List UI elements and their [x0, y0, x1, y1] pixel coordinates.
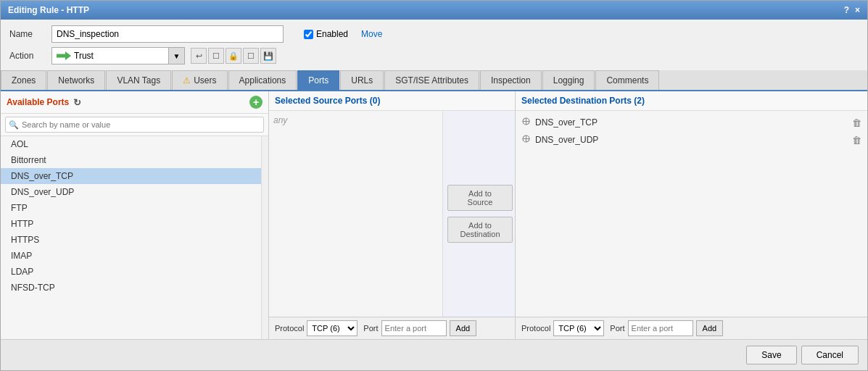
dest-protocol-select[interactable]: TCP (6) UDP (17) [553, 320, 604, 336]
list-item[interactable]: NFSD-TCP [1, 280, 261, 296]
action-value: Trust [74, 51, 94, 61]
enabled-label: Enabled [316, 29, 348, 39]
available-ports-list: AOL Bittorrent DNS_over_TCP DNS_over_UDP [1, 136, 261, 339]
dest-item: DNS_over_UDP 🗑 [516, 131, 867, 149]
name-label: Name [9, 29, 46, 39]
tab-users-label: Users [194, 75, 216, 86]
source-protocol-row: Protocol TCP (6) UDP (17) Port Add [269, 317, 515, 339]
dialog-title: Editing Rule - HTTP [8, 5, 89, 15]
close-button[interactable]: × [855, 5, 860, 15]
selected-dest-panel: Selected Destination Ports (2) DNS_over_… [516, 91, 867, 339]
tab-users[interactable]: ⚠ Users [172, 70, 227, 90]
delete-dest-icon[interactable]: 🗑 [851, 135, 861, 145]
help-button[interactable]: ? [844, 5, 849, 15]
name-input[interactable] [51, 25, 284, 43]
refresh-icon[interactable]: ↻ [73, 97, 81, 108]
list-item[interactable]: FTP [1, 200, 261, 216]
dest-port-icon [521, 134, 531, 146]
toolbar-icon-1[interactable]: ↩ [191, 48, 207, 64]
list-item[interactable]: HTTP [1, 216, 261, 232]
list-item[interactable]: IMAP [1, 248, 261, 264]
toolbar-icon-5[interactable]: 💾 [260, 48, 276, 64]
form-area: Name Enabled Move Action Trust ▼ ↩ ☐ 🔒 [1, 20, 867, 70]
tab-sgt-ise[interactable]: SGT/ISE Attributes [384, 70, 479, 90]
tab-applications[interactable]: Applications [228, 70, 297, 90]
add-to-destination-btn[interactable]: Add toDestination [447, 217, 513, 243]
save-button[interactable]: Save [746, 346, 796, 364]
available-ports-header: Available Ports ↻ + [1, 91, 268, 114]
dest-item-name: DNS_over_TCP [535, 117, 847, 128]
selected-source-title: Selected Source Ports (0) [275, 96, 380, 106]
list-item[interactable]: DNS_over_UDP [1, 184, 261, 200]
dest-port-input[interactable] [628, 320, 693, 336]
scrollbar[interactable] [261, 136, 268, 339]
add-port-btn[interactable]: + [249, 96, 263, 109]
move-link[interactable]: Move [361, 29, 382, 39]
tab-logging[interactable]: Logging [542, 70, 595, 90]
toolbar-icon-4[interactable]: ☐ [243, 48, 259, 64]
list-item[interactable]: Bittorrent [1, 152, 261, 168]
toolbar-icon-2[interactable]: ☐ [208, 48, 224, 64]
tab-inspection[interactable]: Inspection [480, 70, 542, 90]
search-input[interactable] [5, 117, 264, 133]
warn-icon: ⚠ [183, 75, 191, 86]
dest-port-label: Port [610, 324, 624, 333]
source-list-area: any [269, 111, 442, 317]
cancel-button[interactable]: Cancel [801, 346, 859, 364]
tab-comments[interactable]: Comments [595, 70, 659, 90]
list-item[interactable]: AOL [1, 136, 261, 152]
footer: Save Cancel [1, 339, 867, 370]
list-item[interactable]: DNS_over_TCP [1, 168, 261, 184]
delete-dest-icon[interactable]: 🗑 [851, 117, 861, 128]
tab-zones[interactable]: Zones [1, 70, 46, 90]
transfer-buttons: Add toSource Add toDestination [442, 111, 515, 317]
search-icon: 🔍 [9, 120, 19, 130]
dest-protocol-label: Protocol [521, 324, 550, 333]
dest-port-icon [521, 117, 531, 128]
source-port-label: Port [363, 324, 378, 333]
enabled-checkbox[interactable] [304, 30, 313, 39]
toolbar-icon-3[interactable]: 🔒 [226, 48, 241, 64]
source-add-btn[interactable]: Add [450, 320, 477, 336]
dest-protocol-row: Protocol TCP (6) UDP (17) Port Add [516, 317, 867, 339]
list-item[interactable]: HTTPS [1, 232, 261, 248]
action-dropdown-btn[interactable]: ▼ [168, 48, 184, 64]
selected-dest-header: Selected Destination Ports (2) [516, 91, 867, 111]
add-to-source-btn[interactable]: Add toSource [447, 185, 513, 211]
dest-item-name: DNS_over_UDP [535, 135, 847, 145]
action-label: Action [9, 51, 46, 61]
tab-networks[interactable]: Networks [47, 70, 105, 90]
selected-dest-title: Selected Destination Ports (2) [521, 96, 645, 106]
available-ports-title: Available Ports [7, 97, 69, 107]
source-protocol-select[interactable]: TCP (6) UDP (17) [307, 320, 357, 336]
source-port-input[interactable] [381, 320, 447, 336]
tab-vlan-tags[interactable]: VLAN Tags [106, 70, 171, 90]
tabs-bar: Zones Networks VLAN Tags ⚠ Users Applica… [1, 70, 867, 91]
source-placeholder: any [273, 115, 287, 125]
search-box: 🔍 [1, 114, 268, 136]
dest-add-btn[interactable]: Add [696, 320, 724, 336]
tab-ports[interactable]: Ports [297, 70, 339, 90]
title-bar: Editing Rule - HTTP ? × [1, 1, 867, 20]
tab-urls[interactable]: URLs [340, 70, 384, 90]
dest-item: DNS_over_TCP 🗑 [516, 114, 867, 131]
source-protocol-label: Protocol [275, 324, 304, 333]
list-item[interactable]: LDAP [1, 264, 261, 280]
selected-source-header: Selected Source Ports (0) [269, 91, 515, 111]
available-ports-panel: Available Ports ↻ + 🔍 AOL [1, 91, 269, 339]
